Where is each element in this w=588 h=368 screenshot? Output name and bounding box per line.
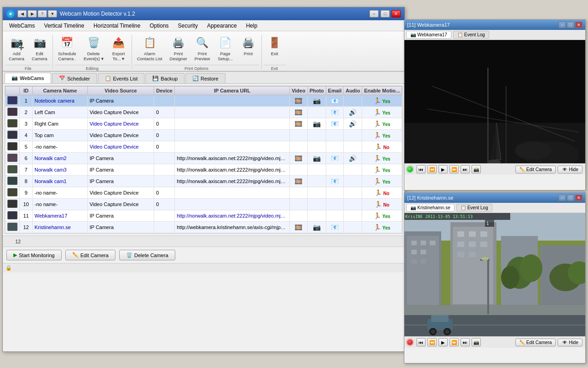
exit-btn[interactable]: 🚪 Exit (264, 33, 286, 64)
cam-win-11-hide-btn[interactable]: 👁️ Hide (558, 166, 582, 173)
col-email[interactable]: Email (326, 86, 343, 95)
menu-appearance[interactable]: Appearance (202, 22, 242, 30)
menu-vtimeline[interactable]: Vertical Timeline (40, 22, 89, 30)
cam-motion: 🏃 Yes (362, 176, 402, 187)
cam-win-11-edit-btn[interactable]: ✏️ Edit Camera (515, 166, 556, 173)
menu-webcams[interactable]: WebCams (5, 22, 40, 30)
table-row[interactable]: 9-no name-Video Capture Device0🏃 No (6, 187, 402, 199)
cam-win-11-edit-label: Edit Camera (526, 167, 552, 172)
cam-win-12-restore[interactable]: □ (567, 195, 574, 201)
cam-email (326, 187, 343, 199)
cam-win-12-close[interactable]: ✕ (575, 195, 582, 201)
cam-win-11-restore[interactable]: □ (567, 22, 574, 28)
cam-win-12-tab-camera[interactable]: 📷 Kristinehamn.se (406, 204, 455, 212)
cam-win-12-events-icon: 📋 (461, 205, 466, 210)
cam-thumb-cell (6, 187, 20, 199)
cam-win-11-prev-btn[interactable]: ⏮ (416, 165, 426, 173)
camera-table-container[interactable]: ID Camera Name Video Source Device IP Ca… (5, 86, 403, 234)
menu-security[interactable]: Security (173, 22, 202, 30)
cam-win-11-next-btn[interactable]: ⏭ (461, 165, 470, 173)
table-row[interactable]: 2Left CamVideo Capture Device0🎞️📧🔊🏃 Yes (6, 107, 402, 118)
table-row[interactable]: 11Webkamera17IP Camerahttp://norwalk.axi… (6, 210, 402, 222)
alarm-contacts-btn[interactable]: 📋 AlarmContacts List (134, 33, 166, 64)
table-row[interactable]: 8Norwalk cam1IP Camerahttp://norwalk.axi… (6, 176, 402, 187)
export-btn[interactable]: 📤 ExportTo... ▾ (108, 33, 130, 64)
cam-audio (344, 199, 362, 210)
toolbar-btn-back[interactable]: ◀ (17, 10, 27, 17)
edit-camera-bottom-btn[interactable]: ✏️ Edit Camera (65, 250, 115, 260)
table-row[interactable]: 3Right CamVideo Capture Device0🎞️📷📧🔊🏃 Ye… (6, 118, 402, 130)
camera-window-11: [11] Webkamera17 – □ ✕ 📷 Webkamera17 📋 E… (404, 19, 586, 190)
tab-events-list[interactable]: 📋 Events List (98, 73, 145, 83)
page-setup-btn[interactable]: 📄 PageSetup... (214, 33, 236, 64)
col-video[interactable]: Video (289, 86, 307, 95)
toolbar-btn-dropdown[interactable]: ▼ (48, 10, 57, 17)
cam-win-12-edit-btn[interactable]: ✏️ Edit Camera (515, 339, 556, 346)
tab-backup[interactable]: 💾 Backup (145, 73, 184, 83)
svg-point-45 (431, 329, 435, 334)
table-row[interactable]: 12Kristinehamn.seIP Camerahttp://webkame… (6, 222, 402, 233)
table-row[interactable]: 6Norwalk cam2IP Camerahttp://norwalk.axi… (6, 153, 402, 164)
print-designer-btn[interactable]: 🖨️ PrintDesigner (167, 33, 190, 64)
minimize-btn[interactable]: – (369, 10, 379, 17)
tab-scheduler[interactable]: 📅 Scheduler (52, 73, 97, 83)
tab-restore[interactable]: 🔄 Restore (185, 73, 225, 83)
table-row[interactable]: 10-no name-Video Capture Device0🏃 No (6, 199, 402, 210)
col-photo[interactable]: Photo (307, 86, 326, 95)
edit-camera-ribbon-btn[interactable]: 📷 EditCamera (29, 33, 51, 64)
cam-source: Video Capture Device (87, 107, 154, 118)
cam-win-11-rewind-btn[interactable]: ⏪ (427, 165, 437, 173)
cam-win-11-tab-camera[interactable]: 📷 Webkamera17 (406, 31, 451, 39)
cam-video: 🎞️ (289, 118, 307, 130)
cam-win-12-title-bar: [12] Kristinehamn.se – □ ✕ (404, 193, 585, 203)
close-btn[interactable]: ✕ (392, 10, 401, 17)
svg-rect-20 (421, 250, 426, 254)
cam-win-12-rewind-btn[interactable]: ⏪ (427, 338, 437, 346)
delete-camera-btn[interactable]: 🗑️ Delete Camera (119, 250, 175, 260)
cam-win-12-prev-btn[interactable]: ⏮ (416, 338, 426, 346)
cam-win-12-minimize[interactable]: – (559, 195, 566, 201)
col-id[interactable]: ID (20, 86, 33, 95)
print-btn[interactable]: 🖨️ Print (237, 33, 259, 64)
tab-restore-label: Restore (201, 76, 219, 81)
cam-win-11-close[interactable]: ✕ (575, 22, 582, 28)
col-url[interactable]: IP Camera URL (175, 86, 290, 95)
cam-photo: 📷 (307, 95, 326, 107)
cam-win-12-hide-btn[interactable]: 👁️ Hide (558, 339, 582, 346)
start-monitoring-btn[interactable]: ▶ Start Monitoring (6, 250, 62, 260)
cam-name: Kristinehamn.se (33, 222, 88, 233)
cam-device (154, 164, 175, 176)
schedule-camera-btn[interactable]: 📅 ScheduleCamera . (55, 33, 80, 64)
add-camera-btn[interactable]: 📷 ➕ AddCamera (6, 33, 28, 64)
col-source[interactable]: Video Source (87, 86, 154, 95)
restore-btn[interactable]: □ (380, 10, 390, 17)
tab-webcams[interactable]: 📷 WebCams (5, 73, 51, 83)
cam-win-12-tab-events[interactable]: 📋 Event Log (456, 204, 492, 212)
table-row[interactable]: 5-no name-Video Capture Device0🏃 No (6, 141, 402, 153)
cam-win-11-forward-btn[interactable]: ⏩ (450, 165, 459, 173)
cam-win-11-tab-events[interactable]: 📋 Event Log (453, 31, 489, 39)
toolbar-btn-help[interactable]: ? (38, 10, 47, 17)
cam-win-11-play-btn[interactable]: ▶ (438, 165, 448, 173)
cam-win-12-forward-btn[interactable]: ⏩ (450, 338, 459, 346)
toolbar-btn-fwd[interactable]: ▶ (28, 10, 37, 17)
col-audio[interactable]: Audio (344, 86, 362, 95)
menu-htimeline[interactable]: Horizontal Timeline (89, 22, 145, 30)
cam-win-12-snapshot-btn[interactable]: 📸 (472, 338, 481, 346)
cam-win-12-play-btn[interactable]: ▶ (438, 338, 448, 346)
menu-help[interactable]: Help (242, 22, 262, 30)
print-preview-btn[interactable]: 🔍 PrintPreview (191, 33, 213, 64)
col-name[interactable]: Camera Name (33, 86, 88, 95)
table-row[interactable]: 4Top camVideo Capture Device0🏃 Yes (6, 130, 402, 141)
col-motion[interactable]: Enable Motio... (362, 86, 402, 95)
cam-win-11-snapshot-btn[interactable]: 📸 (472, 165, 481, 173)
cam-id: 2 (20, 107, 33, 118)
cam-id: 11 (20, 210, 33, 222)
cam-win-12-next-btn[interactable]: ⏭ (461, 338, 470, 346)
menu-options[interactable]: Options (145, 22, 173, 30)
delete-events-btn[interactable]: 🗑️ DeleteEvent(s) ▾ (81, 33, 107, 64)
table-row[interactable]: 7Norwalk cam3IP Camerahttp://norwalk.axi… (6, 164, 402, 176)
cam-win-11-minimize[interactable]: – (559, 22, 566, 28)
table-row[interactable]: 1Notebook cameraIP Camera🎞️📷📧🏃 Yes (6, 95, 402, 107)
col-device[interactable]: Device (154, 86, 175, 95)
